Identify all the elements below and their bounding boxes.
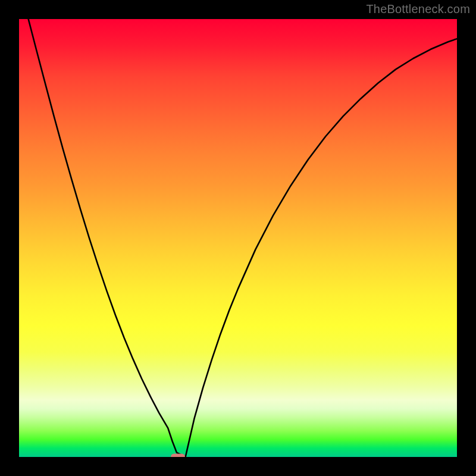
minimum-marker <box>171 454 185 458</box>
chart-container: TheBottleneck.com <box>0 0 476 476</box>
watermark-text: TheBottleneck.com <box>366 2 470 16</box>
gradient-background <box>19 19 457 457</box>
plot-area <box>19 19 457 457</box>
